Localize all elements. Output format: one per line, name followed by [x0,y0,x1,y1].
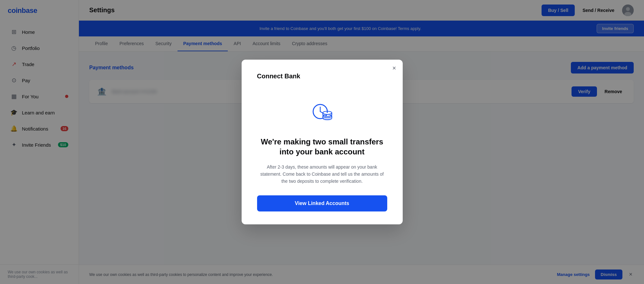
modal-icon [309,101,335,128]
modal-body-text: After 2-3 days, these amounts will appea… [257,163,387,185]
modal-title: Connect Bank [257,73,300,80]
modal-heading: We're making two small transfers into yo… [257,137,387,157]
view-linked-accounts-button[interactable]: View Linked Accounts [257,195,387,211]
connect-bank-modal: × Connect Bank [242,60,403,224]
modal-overlay[interactable]: × Connect Bank [0,0,644,284]
modal-close-button[interactable]: × [392,65,396,71]
